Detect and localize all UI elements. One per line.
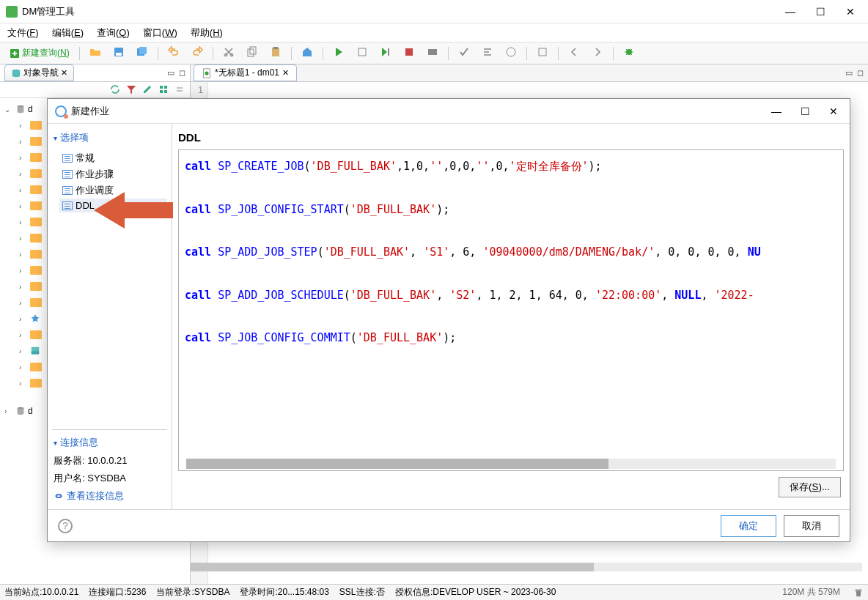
- option-steps[interactable]: 作业步骤: [59, 166, 167, 182]
- editor-tab[interactable]: *无标题1 - dm01 ✕: [194, 64, 297, 81]
- svg-rect-8: [250, 47, 256, 54]
- svg-rect-10: [273, 47, 278, 49]
- expand-icon[interactable]: [158, 84, 169, 95]
- save-icon[interactable]: [108, 45, 129, 62]
- app-icon: [6, 6, 18, 18]
- status-bar: 当前站点:10.0.0.21 连接端口:5236 当前登录:SYSDBA 登录时…: [0, 584, 868, 600]
- redo-icon[interactable]: [187, 45, 207, 62]
- tab-close-icon[interactable]: ✕: [61, 68, 67, 78]
- dialog-maximize-button[interactable]: ☐: [801, 105, 810, 117]
- menu-edit[interactable]: 编辑(E): [52, 26, 84, 40]
- menu-window[interactable]: 窗口(W): [143, 26, 177, 40]
- svg-rect-12: [388, 48, 389, 56]
- format-icon[interactable]: [477, 45, 498, 62]
- view-connection-link[interactable]: 查看连接信息: [52, 487, 167, 505]
- option-schedule[interactable]: 作业调度: [59, 182, 167, 199]
- cut-icon[interactable]: [218, 45, 239, 62]
- maximize-button[interactable]: ☐: [816, 6, 825, 18]
- status-site: 当前站点:10.0.0.21: [4, 586, 78, 599]
- option-general[interactable]: 常规: [59, 150, 167, 166]
- conn-server-value: 10.0.0.21: [87, 455, 127, 466]
- nav-tab[interactable]: 对象导航 ✕: [4, 64, 74, 81]
- status-time: 登录时间:20...15:48:03: [240, 586, 328, 599]
- run-script-icon[interactable]: [375, 45, 396, 62]
- save-all-icon[interactable]: [132, 45, 152, 62]
- section-conn-header[interactable]: 连接信息: [52, 433, 167, 452]
- dialog-heading: DDL: [178, 130, 844, 149]
- status-auth: 授权信息:DEVELOP USER ~ 2023-06-30: [395, 586, 556, 599]
- save-button[interactable]: 保存(S)...: [779, 477, 841, 497]
- svg-rect-22: [164, 90, 167, 93]
- minimize-panel-icon[interactable]: ▭: [167, 68, 174, 78]
- close-button[interactable]: ✕: [846, 6, 855, 18]
- help-button[interactable]: ?: [58, 519, 73, 533]
- check-icon[interactable]: [454, 45, 474, 62]
- editor-min-icon[interactable]: ▭: [845, 68, 853, 78]
- debug-step-icon[interactable]: [352, 45, 372, 62]
- svg-rect-26: [32, 352, 40, 355]
- prev-icon[interactable]: [564, 45, 584, 62]
- conn-server-label: 服务器:: [54, 455, 85, 466]
- window-title-bar: DM管理工具 — ☐ ✕: [0, 0, 868, 23]
- section-select-header[interactable]: 选择项: [52, 128, 167, 147]
- collapse-icon[interactable]: [174, 84, 185, 95]
- explain-icon[interactable]: [501, 45, 521, 62]
- dialog-title: 新建作业: [71, 105, 109, 118]
- ok-button[interactable]: 确定: [721, 515, 776, 537]
- sql-file-icon: [202, 68, 212, 78]
- copy-icon[interactable]: [242, 45, 262, 62]
- svg-rect-2: [116, 53, 122, 56]
- next-icon[interactable]: [587, 45, 608, 62]
- svg-rect-4: [139, 47, 147, 54]
- bug-icon[interactable]: [619, 45, 639, 62]
- tool1-icon[interactable]: [532, 45, 553, 62]
- svg-rect-11: [358, 48, 366, 56]
- menu-file[interactable]: 文件(F): [7, 26, 39, 40]
- svg-point-29: [205, 71, 208, 75]
- open-icon[interactable]: [85, 45, 106, 62]
- svg-rect-19: [160, 86, 163, 89]
- menu-help[interactable]: 帮助(H): [191, 26, 223, 40]
- dialog-icon: [55, 105, 67, 117]
- svg-point-15: [507, 48, 515, 56]
- svg-rect-7: [248, 49, 254, 56]
- dialog-close-button[interactable]: ✕: [829, 105, 838, 117]
- filter-icon[interactable]: [125, 84, 137, 95]
- refresh-icon[interactable]: [109, 84, 121, 95]
- dialog-minimize-button[interactable]: —: [771, 105, 781, 117]
- window-title: DM管理工具: [22, 5, 75, 18]
- conn-user-value: SYSDBA: [87, 473, 126, 484]
- status-memory: 120M 共 579M: [782, 586, 840, 599]
- svg-rect-25: [32, 347, 40, 349]
- db-icon: [11, 68, 21, 78]
- minimize-button[interactable]: —: [785, 6, 795, 18]
- svg-rect-14: [428, 49, 437, 55]
- home-icon[interactable]: [297, 45, 317, 62]
- undo-icon[interactable]: [163, 45, 184, 62]
- new-job-dialog: 新建作业 — ☐ ✕ 选择项 常规 作业步骤 作业调度 DDL 连接信息 服务器…: [47, 98, 850, 542]
- stop-icon[interactable]: [399, 45, 419, 62]
- editor-tab-close-icon[interactable]: ✕: [282, 68, 289, 78]
- main-toolbar: 新建查询(N): [0, 42, 868, 64]
- status-ssl: SSL连接:否: [339, 586, 385, 599]
- svg-rect-21: [160, 90, 163, 93]
- edit-icon[interactable]: [141, 84, 153, 95]
- dialog-sidebar: 选择项 常规 作业步骤 作业调度 DDL 连接信息 服务器: 10.0.0.21…: [48, 124, 172, 509]
- menu-query[interactable]: 查询(Q): [97, 26, 130, 40]
- run-icon[interactable]: [328, 45, 349, 62]
- conn-user-label: 用户名:: [54, 473, 85, 484]
- ddl-sql-box[interactable]: call SP_CREATE_JOB('DB_FULL_BAK',1,0,'',…: [178, 149, 844, 471]
- commit-icon[interactable]: [422, 45, 443, 62]
- editor-horizontal-scrollbar[interactable]: [191, 563, 862, 571]
- option-ddl[interactable]: DDL: [59, 199, 167, 212]
- link-icon: [54, 491, 64, 501]
- sql-horizontal-scrollbar[interactable]: [186, 459, 836, 469]
- cancel-button[interactable]: 取消: [784, 515, 839, 537]
- paste-icon[interactable]: [265, 45, 286, 62]
- svg-rect-16: [539, 48, 546, 56]
- trash-icon[interactable]: [853, 588, 864, 598]
- editor-max-icon[interactable]: ◻: [857, 68, 864, 78]
- panel-menu-icon[interactable]: ◻: [179, 68, 185, 78]
- status-port: 连接端口:5236: [89, 586, 146, 599]
- new-query-button[interactable]: 新建查询(N): [4, 45, 74, 61]
